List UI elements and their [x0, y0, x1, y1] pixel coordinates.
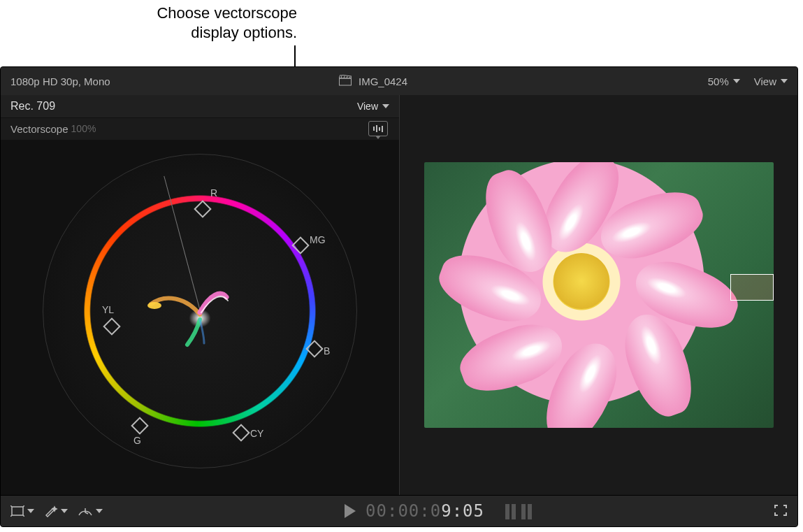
svg-rect-3 — [12, 507, 23, 515]
svg-rect-0 — [340, 78, 352, 85]
chevron-down-icon — [96, 509, 103, 513]
clapper-icon — [339, 75, 352, 88]
scopes-sub-bar: Rec. 709 View — [1, 95, 399, 118]
chevron-down-icon — [733, 79, 740, 83]
vectorscope-options-button[interactable] — [368, 121, 388, 136]
chevron-down-icon — [382, 104, 389, 108]
target-cyan-label: CY — [250, 428, 263, 439]
scope-name: Vectorscope — [1, 123, 68, 135]
view-label: View — [357, 101, 378, 112]
scope-header: Vectorscope 100% — [1, 117, 399, 140]
retime-tool[interactable] — [78, 505, 103, 517]
clip-name-text: IMG_0424 — [359, 76, 407, 87]
view-label: View — [754, 76, 776, 87]
timecode-highlight: 9:05 — [441, 501, 484, 521]
play-button[interactable] — [345, 504, 356, 518]
viewer-view-menu[interactable]: View — [754, 76, 788, 87]
target-magenta-label: MG — [310, 234, 326, 245]
selection-overlay[interactable] — [730, 274, 774, 301]
toolbar-bottom: 00:00:09:05 — [1, 495, 797, 526]
color-space-menu[interactable]: Rec. 709 — [1, 100, 357, 113]
vectorscope-trace — [130, 255, 270, 367]
audio-meters[interactable] — [505, 503, 532, 519]
target-green-label: G — [133, 435, 141, 446]
zoom-value: 50% — [708, 76, 729, 87]
vectorscope: R MG B CY G YL — [36, 147, 364, 475]
target-yellow-label: YL — [102, 304, 114, 315]
svg-point-2 — [147, 302, 161, 309]
transform-tool[interactable] — [10, 505, 34, 517]
target-blue-label: B — [324, 345, 330, 357]
svg-point-1 — [182, 301, 218, 332]
viewer-panel — [399, 95, 798, 495]
target-red-label: R — [210, 187, 217, 199]
scope-scale: 100% — [71, 123, 96, 134]
enhance-tool[interactable] — [44, 505, 68, 517]
scopes-view-menu[interactable]: View — [357, 101, 389, 112]
viewer-image — [424, 162, 774, 428]
app-window: 1080p HD 30p, Mono IMG_0424 50% View Rec… — [0, 66, 798, 527]
chevron-down-icon — [781, 79, 788, 83]
fullscreen-button[interactable] — [774, 504, 788, 519]
timecode-display[interactable]: 00:00:09:05 — [366, 501, 484, 521]
chevron-down-icon — [61, 509, 68, 513]
zoom-menu[interactable]: 50% — [708, 76, 740, 87]
chevron-down-icon — [27, 509, 34, 513]
viewer-top-bar: 1080p HD 30p, Mono IMG_0424 50% View — [1, 67, 797, 96]
callout-text: Choose vectorscope display options. — [126, 3, 297, 45]
vectorscope-panel: R MG B CY G YL — [1, 140, 399, 495]
clip-name: IMG_0424 — [339, 75, 407, 88]
timecode-dim: 00:00:0 — [366, 501, 441, 521]
format-label: 1080p HD 30p, Mono — [1, 76, 339, 87]
